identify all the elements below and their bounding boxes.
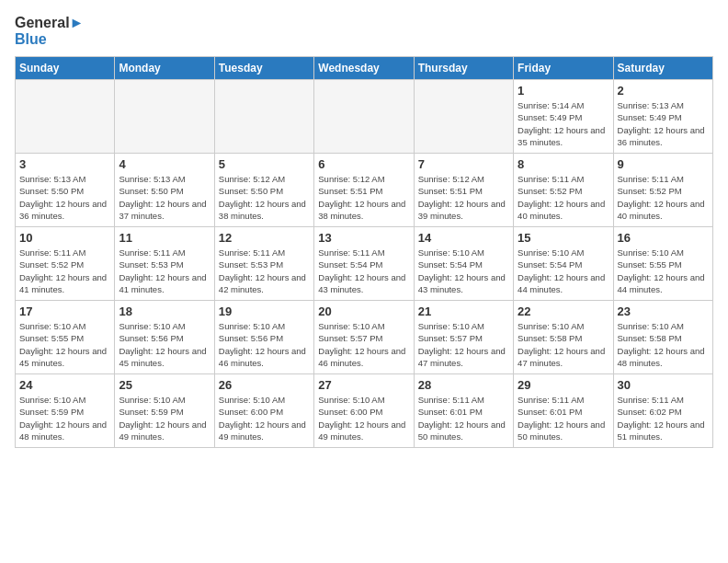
day-info: Sunrise: 5:12 AMSunset: 5:51 PMDaylight:… <box>418 173 509 222</box>
calendar-cell: 20Sunrise: 5:10 AMSunset: 5:57 PMDayligh… <box>314 301 414 374</box>
day-info: Sunrise: 5:10 AMSunset: 5:56 PMDaylight:… <box>119 320 210 369</box>
day-number: 11 <box>119 231 210 245</box>
calendar-cell: 26Sunrise: 5:10 AMSunset: 6:00 PMDayligh… <box>214 374 313 448</box>
day-info: Sunrise: 5:11 AMSunset: 5:53 PMDaylight:… <box>119 247 210 295</box>
day-number: 30 <box>618 378 709 392</box>
day-number: 5 <box>219 157 310 171</box>
day-info: Sunrise: 5:11 AMSunset: 5:52 PMDaylight:… <box>518 173 609 222</box>
calendar-cell <box>314 80 414 154</box>
col-header-thursday: Thursday <box>414 57 513 80</box>
calendar-cell: 15Sunrise: 5:10 AMSunset: 5:54 PMDayligh… <box>514 227 613 301</box>
day-number: 7 <box>418 157 509 171</box>
calendar-cell: 11Sunrise: 5:11 AMSunset: 5:53 PMDayligh… <box>115 227 214 301</box>
col-header-wednesday: Wednesday <box>314 57 414 80</box>
day-number: 27 <box>318 378 409 392</box>
day-number: 24 <box>19 378 110 392</box>
day-number: 2 <box>618 84 709 98</box>
day-number: 23 <box>618 304 709 318</box>
day-number: 17 <box>19 304 110 318</box>
calendar-cell: 14Sunrise: 5:10 AMSunset: 5:54 PMDayligh… <box>414 227 513 301</box>
day-info: Sunrise: 5:10 AMSunset: 6:00 PMDaylight:… <box>318 394 409 442</box>
calendar-header-row: SundayMondayTuesdayWednesdayThursdayFrid… <box>16 57 713 80</box>
day-info: Sunrise: 5:10 AMSunset: 5:57 PMDaylight:… <box>318 320 409 369</box>
day-info: Sunrise: 5:14 AMSunset: 5:49 PMDaylight:… <box>518 99 609 148</box>
calendar-cell: 17Sunrise: 5:10 AMSunset: 5:55 PMDayligh… <box>16 301 115 374</box>
calendar-cell <box>214 80 313 154</box>
day-info: Sunrise: 5:10 AMSunset: 6:00 PMDaylight:… <box>219 394 310 442</box>
calendar-cell: 27Sunrise: 5:10 AMSunset: 6:00 PMDayligh… <box>314 374 414 448</box>
calendar-cell <box>414 80 513 154</box>
calendar-cell: 8Sunrise: 5:11 AMSunset: 5:52 PMDaylight… <box>514 154 613 227</box>
col-header-monday: Monday <box>115 57 214 80</box>
calendar-cell: 22Sunrise: 5:10 AMSunset: 5:58 PMDayligh… <box>514 301 613 374</box>
day-number: 22 <box>518 304 609 318</box>
day-number: 28 <box>418 378 509 392</box>
day-info: Sunrise: 5:10 AMSunset: 5:59 PMDaylight:… <box>19 394 110 442</box>
calendar-cell: 12Sunrise: 5:11 AMSunset: 5:53 PMDayligh… <box>214 227 313 301</box>
col-header-sunday: Sunday <box>16 57 115 80</box>
calendar-cell: 16Sunrise: 5:10 AMSunset: 5:55 PMDayligh… <box>613 227 712 301</box>
day-info: Sunrise: 5:10 AMSunset: 5:55 PMDaylight:… <box>618 247 709 295</box>
day-info: Sunrise: 5:10 AMSunset: 5:58 PMDaylight:… <box>618 320 709 369</box>
day-info: Sunrise: 5:10 AMSunset: 5:55 PMDaylight:… <box>19 320 110 369</box>
calendar-cell: 13Sunrise: 5:11 AMSunset: 5:54 PMDayligh… <box>314 227 414 301</box>
day-info: Sunrise: 5:10 AMSunset: 5:54 PMDaylight:… <box>418 247 509 295</box>
calendar-cell: 24Sunrise: 5:10 AMSunset: 5:59 PMDayligh… <box>16 374 115 448</box>
logo: General► Blue <box>15 15 84 47</box>
day-info: Sunrise: 5:12 AMSunset: 5:51 PMDaylight:… <box>318 173 409 222</box>
calendar-cell: 3Sunrise: 5:13 AMSunset: 5:50 PMDaylight… <box>16 154 115 227</box>
day-number: 10 <box>19 231 110 245</box>
calendar-cell: 1Sunrise: 5:14 AMSunset: 5:49 PMDaylight… <box>514 80 613 154</box>
day-number: 21 <box>418 304 509 318</box>
calendar-table: SundayMondayTuesdayWednesdayThursdayFrid… <box>15 56 713 448</box>
day-number: 19 <box>219 304 310 318</box>
calendar-cell: 28Sunrise: 5:11 AMSunset: 6:01 PMDayligh… <box>414 374 513 448</box>
calendar-cell: 29Sunrise: 5:11 AMSunset: 6:01 PMDayligh… <box>514 374 613 448</box>
day-info: Sunrise: 5:11 AMSunset: 5:53 PMDaylight:… <box>219 247 310 295</box>
day-info: Sunrise: 5:11 AMSunset: 5:54 PMDaylight:… <box>318 247 409 295</box>
day-number: 15 <box>518 231 609 245</box>
calendar-cell: 30Sunrise: 5:11 AMSunset: 6:02 PMDayligh… <box>613 374 712 448</box>
day-info: Sunrise: 5:11 AMSunset: 6:02 PMDaylight:… <box>618 394 709 442</box>
day-info: Sunrise: 5:13 AMSunset: 5:49 PMDaylight:… <box>618 99 709 148</box>
calendar-cell <box>115 80 214 154</box>
day-info: Sunrise: 5:11 AMSunset: 6:01 PMDaylight:… <box>518 394 609 442</box>
day-info: Sunrise: 5:12 AMSunset: 5:50 PMDaylight:… <box>219 173 310 222</box>
day-number: 4 <box>119 157 210 171</box>
calendar-cell: 23Sunrise: 5:10 AMSunset: 5:58 PMDayligh… <box>613 301 712 374</box>
day-info: Sunrise: 5:11 AMSunset: 5:52 PMDaylight:… <box>19 247 110 295</box>
day-info: Sunrise: 5:10 AMSunset: 5:58 PMDaylight:… <box>518 320 609 369</box>
day-number: 13 <box>318 231 409 245</box>
day-info: Sunrise: 5:11 AMSunset: 5:52 PMDaylight:… <box>618 173 709 222</box>
day-info: Sunrise: 5:10 AMSunset: 5:59 PMDaylight:… <box>119 394 210 442</box>
day-info: Sunrise: 5:10 AMSunset: 5:56 PMDaylight:… <box>219 320 310 369</box>
calendar-cell: 19Sunrise: 5:10 AMSunset: 5:56 PMDayligh… <box>214 301 313 374</box>
calendar-cell <box>16 80 115 154</box>
calendar-cell: 18Sunrise: 5:10 AMSunset: 5:56 PMDayligh… <box>115 301 214 374</box>
calendar-week-row: 1Sunrise: 5:14 AMSunset: 5:49 PMDaylight… <box>16 80 713 154</box>
day-number: 14 <box>418 231 509 245</box>
day-number: 3 <box>19 157 110 171</box>
calendar-cell: 10Sunrise: 5:11 AMSunset: 5:52 PMDayligh… <box>16 227 115 301</box>
day-number: 1 <box>518 84 609 98</box>
day-info: Sunrise: 5:10 AMSunset: 5:57 PMDaylight:… <box>418 320 509 369</box>
calendar-cell: 7Sunrise: 5:12 AMSunset: 5:51 PMDaylight… <box>414 154 513 227</box>
day-number: 8 <box>518 157 609 171</box>
day-number: 26 <box>219 378 310 392</box>
calendar-week-row: 3Sunrise: 5:13 AMSunset: 5:50 PMDaylight… <box>16 154 713 227</box>
calendar-cell: 21Sunrise: 5:10 AMSunset: 5:57 PMDayligh… <box>414 301 513 374</box>
calendar-cell: 4Sunrise: 5:13 AMSunset: 5:50 PMDaylight… <box>115 154 214 227</box>
col-header-tuesday: Tuesday <box>214 57 313 80</box>
day-number: 18 <box>119 304 210 318</box>
day-info: Sunrise: 5:13 AMSunset: 5:50 PMDaylight:… <box>19 173 110 222</box>
day-number: 25 <box>119 378 210 392</box>
calendar-week-row: 24Sunrise: 5:10 AMSunset: 5:59 PMDayligh… <box>16 374 713 448</box>
calendar-cell: 25Sunrise: 5:10 AMSunset: 5:59 PMDayligh… <box>115 374 214 448</box>
day-number: 6 <box>318 157 409 171</box>
calendar-cell: 5Sunrise: 5:12 AMSunset: 5:50 PMDaylight… <box>214 154 313 227</box>
day-number: 16 <box>618 231 709 245</box>
calendar-cell: 6Sunrise: 5:12 AMSunset: 5:51 PMDaylight… <box>314 154 414 227</box>
day-number: 9 <box>618 157 709 171</box>
day-info: Sunrise: 5:10 AMSunset: 5:54 PMDaylight:… <box>518 247 609 295</box>
day-info: Sunrise: 5:11 AMSunset: 6:01 PMDaylight:… <box>418 394 509 442</box>
